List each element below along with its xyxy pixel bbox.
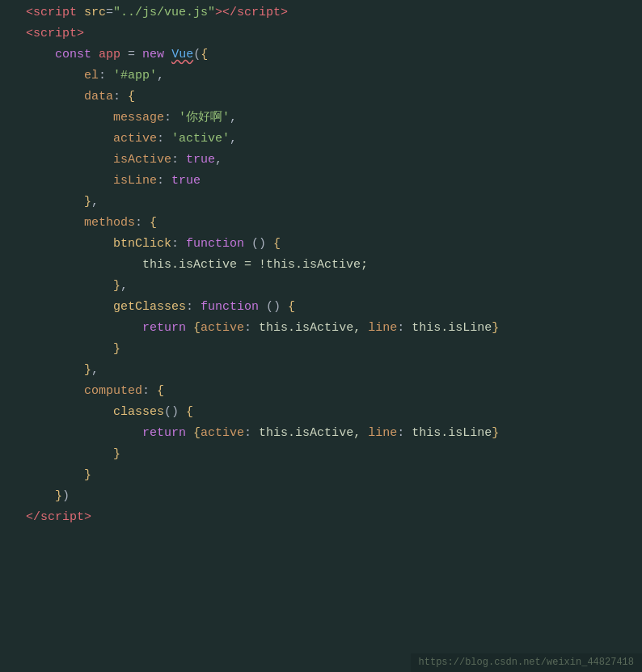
code-line: isLine: true xyxy=(0,171,642,192)
code-line: data: { xyxy=(0,87,642,108)
line-content: btnClick: function () { xyxy=(23,235,636,254)
code-line: const app = new Vue({ xyxy=(0,45,642,66)
code-line: el: '#app', xyxy=(0,66,642,87)
line-content: message: '你好啊', xyxy=(23,108,636,128)
code-line: <script> xyxy=(0,24,642,45)
line-content: computed: { xyxy=(23,382,636,401)
code-line: computed: { xyxy=(0,382,642,403)
code-line: }) xyxy=(0,487,642,508)
code-line: methods: { xyxy=(0,213,642,235)
code-line: }, xyxy=(0,192,642,213)
url-bar: https://blog.csdn.net/weixin_44827418 xyxy=(411,653,642,672)
line-content: } xyxy=(23,466,636,485)
line-content: }, xyxy=(23,277,636,296)
line-content: getClasses: function () { xyxy=(23,298,636,317)
line-content: } xyxy=(23,340,636,359)
line-content: </script> xyxy=(23,508,636,527)
line-content: }) xyxy=(23,487,636,506)
line-content: return {active: this.isActive, line: thi… xyxy=(23,319,636,338)
code-line: return {active: this.isActive, line: thi… xyxy=(0,424,642,445)
line-content: isActive: true, xyxy=(23,150,636,170)
line-content: isLine: true xyxy=(23,171,636,191)
code-line: classes() { xyxy=(0,403,642,424)
line-content: } xyxy=(23,445,636,464)
line-content: <script src="../js/vue.js"></script> xyxy=(23,3,636,23)
code-line: return {active: this.isActive, line: thi… xyxy=(0,319,642,340)
line-content: active: 'active', xyxy=(23,129,636,149)
line-content: }, xyxy=(23,361,636,380)
code-editor: <script src="../js/vue.js"></script> <sc… xyxy=(0,0,642,672)
line-content: el: '#app', xyxy=(23,66,636,86)
code-line: } xyxy=(0,445,642,466)
line-content: <script> xyxy=(23,24,636,44)
url-text: https://blog.csdn.net/weixin_44827418 xyxy=(419,657,634,668)
code-line: }, xyxy=(0,277,642,298)
line-content: this.isActive = !this.isActive; xyxy=(23,256,636,275)
line-content: data: { xyxy=(23,87,636,107)
code-line: getClasses: function () { xyxy=(0,298,642,319)
line-content: classes() { xyxy=(23,403,636,422)
line-content: const app = new Vue({ xyxy=(23,45,636,65)
code-line: message: '你好啊', xyxy=(0,108,642,129)
code-line: active: 'active', xyxy=(0,129,642,150)
code-line: } xyxy=(0,340,642,361)
code-line: <script src="../js/vue.js"></script> xyxy=(0,3,642,24)
code-line: </script> xyxy=(0,508,642,529)
code-line: } xyxy=(0,466,642,487)
code-line: }, xyxy=(0,361,642,382)
code-line: this.isActive = !this.isActive; xyxy=(0,256,642,277)
line-content: }, xyxy=(23,192,636,212)
code-line: btnClick: function () { xyxy=(0,235,642,256)
line-content: methods: { xyxy=(23,213,636,233)
line-content: return {active: this.isActive, line: thi… xyxy=(23,424,636,443)
code-line: isActive: true, xyxy=(0,150,642,171)
